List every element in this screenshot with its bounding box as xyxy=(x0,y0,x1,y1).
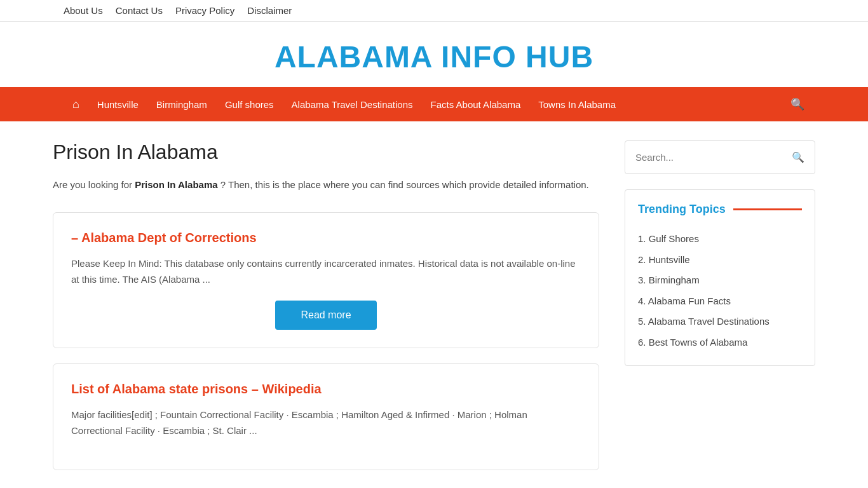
nav-towns-in-alabama[interactable]: Towns In Alabama xyxy=(529,89,625,120)
article-title-1[interactable]: – Alabama Dept of Corrections xyxy=(71,231,581,245)
trending-item-label-5: 5. xyxy=(638,316,646,327)
trending-item-text-1: Gulf Shores xyxy=(649,233,699,244)
sidebar: 🔍 Trending Topics 1. Gulf Shores 2. Hunt… xyxy=(625,140,815,485)
trending-line xyxy=(733,208,802,210)
home-icon[interactable]: ⌂ xyxy=(64,88,88,121)
nav-gulf-shores[interactable]: Gulf shores xyxy=(216,89,283,120)
search-submit-button[interactable]: 🔍 xyxy=(792,151,804,163)
trending-item-1[interactable]: 1. Gulf Shores xyxy=(638,229,802,250)
site-title-wrap: ALABAMA INFO HUB xyxy=(0,22,868,87)
trending-item-3[interactable]: 3. Birmingham xyxy=(638,270,802,291)
about-us-link[interactable]: About Us xyxy=(64,5,103,16)
search-input[interactable] xyxy=(635,152,787,163)
article-card-1: – Alabama Dept of Corrections Please Kee… xyxy=(53,212,599,348)
top-nav: About Us Contact Us Privacy Policy Discl… xyxy=(0,0,868,22)
trending-list: 1. Gulf Shores 2. Huntsville 3. Birmingh… xyxy=(638,229,802,353)
nav-birmingham[interactable]: Birmingham xyxy=(147,89,216,120)
contact-us-link[interactable]: Contact Us xyxy=(116,5,163,16)
read-more-wrap-1: Read more xyxy=(71,301,581,330)
main-content: Prison In Alabama Are you looking for Pr… xyxy=(53,140,599,485)
trending-box: Trending Topics 1. Gulf Shores 2. Huntsv… xyxy=(625,189,815,366)
trending-item-label-1: 1. xyxy=(638,233,646,244)
trending-item-text-4: Alabama Fun Facts xyxy=(648,295,731,306)
main-nav: ⌂ Huntsville Birmingham Gulf shores Alab… xyxy=(0,87,868,121)
nav-travel-destinations[interactable]: Alabama Travel Destinations xyxy=(283,89,422,120)
trending-item-5[interactable]: 5. Alabama Travel Destinations xyxy=(638,311,802,332)
privacy-policy-link[interactable]: Privacy Policy xyxy=(175,5,234,16)
trending-item-label-4: 4. xyxy=(638,295,646,306)
article-excerpt-2: Major facilities[edit] ; Fountain Correc… xyxy=(71,407,581,439)
nav-huntsville[interactable]: Huntsville xyxy=(88,89,147,120)
trending-title: Trending Topics xyxy=(638,203,726,216)
article-card-2: List of Alabama state prisons – Wikipedi… xyxy=(53,363,599,470)
trending-item-text-5: Alabama Travel Destinations xyxy=(648,316,770,327)
intro-text: Are you looking for Prison In Alabama ? … xyxy=(53,177,599,193)
trending-item-text-2: Huntsville xyxy=(649,254,690,265)
intro-prefix: Are you looking for xyxy=(53,179,135,190)
trending-header: Trending Topics xyxy=(638,203,802,216)
trending-item-text-6: Best Towns of Alabama xyxy=(649,337,748,348)
site-title: ALABAMA INFO HUB xyxy=(13,39,855,74)
article-title-2[interactable]: List of Alabama state prisons – Wikipedi… xyxy=(71,382,581,396)
content-wrap: Prison In Alabama Are you looking for Pr… xyxy=(40,121,828,488)
trending-item-label-3: 3. xyxy=(638,274,646,285)
nav-facts-about-alabama[interactable]: Facts About Alabama xyxy=(422,89,530,120)
trending-item-text-3: Birmingham xyxy=(649,274,700,285)
intro-keyword: Prison In Alabama xyxy=(135,179,217,190)
trending-item-2[interactable]: 2. Huntsville xyxy=(638,250,802,271)
nav-search-icon[interactable]: 🔍 xyxy=(790,87,804,121)
trending-item-label-2: 2. xyxy=(638,254,646,265)
article-excerpt-1: Please Keep In Mind: This database only … xyxy=(71,255,581,288)
trending-item-label-6: 6. xyxy=(638,337,646,348)
disclaimer-link[interactable]: Disclaimer xyxy=(247,5,292,16)
read-more-button-1[interactable]: Read more xyxy=(275,301,376,330)
trending-item-6[interactable]: 6. Best Towns of Alabama xyxy=(638,332,802,353)
trending-item-4[interactable]: 4. Alabama Fun Facts xyxy=(638,291,802,312)
search-box: 🔍 xyxy=(625,140,815,174)
intro-suffix: ? Then, this is the place where you can … xyxy=(218,179,589,190)
page-title: Prison In Alabama xyxy=(53,140,599,164)
